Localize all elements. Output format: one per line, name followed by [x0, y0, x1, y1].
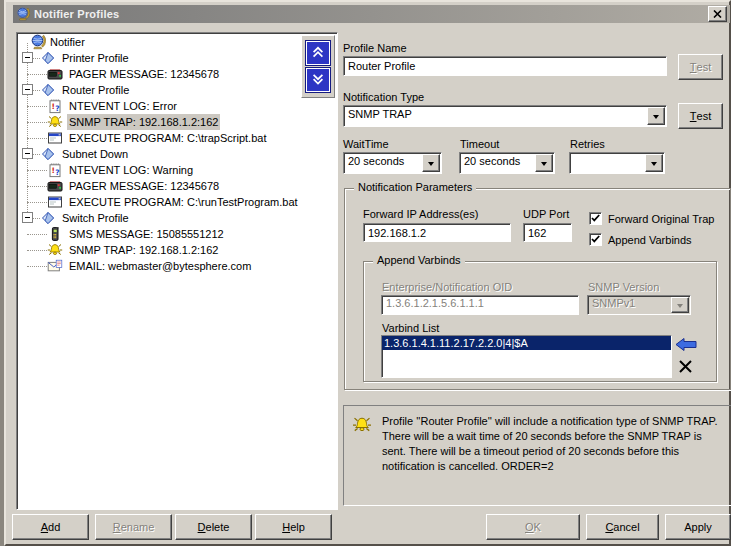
tree-item-label: Switch Profile	[60, 210, 131, 226]
varbind-list[interactable]: 1.3.6.1.4.1.11.2.17.2.2.0|4|$A	[381, 335, 672, 378]
ntevent-icon: !?	[47, 162, 63, 178]
tree-expander-minus[interactable]	[22, 84, 33, 95]
forward-ip-label: Forward IP Address(es)	[363, 208, 478, 220]
sms-icon	[47, 226, 63, 242]
chevron-down-icon	[653, 115, 659, 122]
apply-button[interactable]: Apply	[665, 514, 731, 540]
tree-item[interactable]: PAGER MESSAGE: 12345678	[17, 66, 337, 82]
retries-select[interactable]	[569, 152, 665, 174]
ok-button[interactable]: OK	[486, 514, 580, 540]
tree-item-label: EXECUTE PROGRAM: C:\runTestProgram.bat	[67, 194, 300, 210]
x-delete-icon	[678, 359, 693, 376]
tree-expander-minus[interactable]	[22, 52, 33, 63]
tree-item[interactable]: Notifier	[17, 34, 337, 50]
tree-expander-minus[interactable]	[22, 148, 33, 159]
varbind-delete-button[interactable]	[676, 359, 694, 375]
append-varbinds-group: Append Varbinds Enterprise/Notification …	[363, 261, 717, 382]
program-icon	[47, 130, 63, 146]
tree-connector-stub	[27, 266, 47, 267]
snmp-trap-bell-icon	[352, 415, 372, 435]
window-globe-icon	[16, 7, 30, 21]
tree-item[interactable]: PAGER MESSAGE: 12345678	[17, 178, 337, 194]
checkmark-icon	[590, 234, 601, 245]
profile-name-label: Profile Name	[343, 42, 407, 54]
notification-type-select[interactable]: SNMP TRAP	[343, 105, 667, 127]
move-up-button[interactable]	[305, 40, 331, 66]
wait-time-select[interactable]: 20 seconds	[343, 152, 442, 174]
tree-item[interactable]: !?NTEVENT LOG: Error	[17, 98, 337, 114]
profile-icon	[40, 146, 56, 162]
chevron-double-up-icon	[310, 44, 326, 62]
tree-connector-stub	[27, 250, 47, 251]
tree-item[interactable]: SNMP TRAP: 192.168.1.2:162	[17, 114, 337, 130]
tree-connector-stub	[27, 234, 47, 235]
append-varbinds-checkbox[interactable]	[589, 233, 602, 246]
chevron-down-icon	[677, 304, 683, 311]
varbind-list-item[interactable]: 1.3.6.1.4.1.11.2.17.2.2.0|4|$A	[382, 336, 671, 350]
tree-item[interactable]: EMAIL: webmaster@bytesphere.com	[17, 258, 337, 274]
pager-icon	[47, 178, 63, 194]
tree-item-label: SMS MESSAGE: 15085551212	[67, 226, 226, 242]
tree-item[interactable]: EXECUTE PROGRAM: C:\trapScript.bat	[17, 130, 337, 146]
dropdown-button[interactable]	[535, 154, 553, 172]
profile-name-input[interactable]	[343, 56, 667, 76]
tree-connector-stub	[27, 170, 47, 171]
help-button[interactable]: Help	[255, 514, 332, 540]
tree-item-label: Subnet Down	[60, 146, 130, 162]
udp-port-input[interactable]	[523, 223, 572, 242]
tree-item[interactable]: SMS MESSAGE: 15085551212	[17, 226, 337, 242]
profile-icon	[40, 210, 56, 226]
tree-connector-stub	[33, 154, 40, 155]
varbind-insert-button[interactable]	[674, 337, 698, 353]
close-button[interactable]	[708, 6, 727, 22]
tree-connector-stub	[33, 90, 40, 91]
tree-item[interactable]: !?NTEVENT LOG: Warning	[17, 162, 337, 178]
globe-icon	[30, 34, 46, 50]
move-down-button[interactable]	[305, 67, 331, 93]
tree-item-label: SNMP TRAP: 192.168.1.2:162	[67, 114, 220, 130]
enterprise-oid-label: Enterprise/Notification OID	[382, 281, 512, 293]
dropdown-button[interactable]	[647, 107, 665, 125]
tree-item[interactable]: Switch Profile	[17, 210, 337, 226]
forward-ip-input[interactable]	[363, 223, 511, 242]
tree-expander-minus[interactable]	[22, 212, 33, 223]
title-bar: Notifier Profiles	[13, 5, 730, 23]
summary-text: Profile ''Router Profile'' will include …	[382, 414, 726, 474]
tree-item[interactable]: SNMP TRAP: 192.168.1.2:162	[17, 242, 337, 258]
timeout-select[interactable]: 20 seconds	[459, 152, 555, 174]
tree-item[interactable]: Router Profile	[17, 82, 337, 98]
add-button[interactable]: Add	[12, 514, 89, 540]
notifier-profiles-window: Notifier Profiles NotifierPrinter Profil…	[0, 0, 731, 546]
varbind-list-label: Varbind List	[382, 322, 439, 334]
close-icon	[713, 8, 722, 20]
snmptrap-icon	[47, 242, 63, 258]
enterprise-oid-input: 1.3.6.1.2.1.5.6.1.1.1	[381, 295, 579, 315]
tree-connector-stub	[27, 202, 47, 203]
type-test-button[interactable]: Test	[678, 103, 723, 129]
tree-item-label: Printer Profile	[60, 50, 131, 66]
tree-item[interactable]: EXECUTE PROGRAM: C:\runTestProgram.bat	[17, 194, 337, 210]
dropdown-button[interactable]	[645, 154, 663, 172]
tree-connector-stub	[27, 186, 47, 187]
profile-icon	[40, 50, 56, 66]
tree-item-label: Router Profile	[60, 82, 131, 98]
profile-tree[interactable]: NotifierPrinter ProfilePAGER MESSAGE: 12…	[16, 32, 338, 510]
snmp-version-select: SNMPv1	[587, 295, 691, 315]
rename-button[interactable]: Rename	[95, 514, 172, 540]
tree-item-label: EMAIL: webmaster@bytesphere.com	[67, 258, 253, 274]
profile-test-button[interactable]: Test	[678, 54, 723, 80]
notification-parameters-group: Notification Parameters Forward IP Addre…	[344, 188, 731, 390]
tree-item[interactable]: Subnet Down	[17, 146, 337, 162]
forward-original-trap-checkbox[interactable]	[589, 212, 602, 225]
tree-item-label: SNMP TRAP: 192.168.1.2:162	[67, 242, 220, 258]
tree-item-label: NTEVENT LOG: Error	[67, 98, 179, 114]
delete-button[interactable]: Delete	[175, 514, 252, 540]
tree-item-label: PAGER MESSAGE: 12345678	[67, 178, 221, 194]
cancel-button[interactable]: Cancel	[586, 514, 659, 540]
checkmark-icon	[590, 213, 601, 224]
svg-text:?: ?	[55, 104, 59, 113]
dropdown-button[interactable]	[422, 154, 440, 172]
tree-connector-stub	[27, 138, 47, 139]
tree-order-panel	[301, 35, 335, 98]
tree-item[interactable]: Printer Profile	[17, 50, 337, 66]
